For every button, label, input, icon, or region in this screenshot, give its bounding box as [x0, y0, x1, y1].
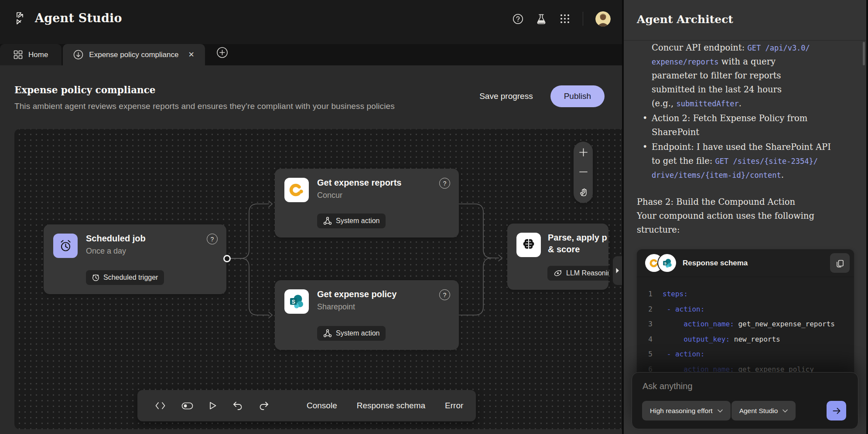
workflow-canvas[interactable]: Scheduled job Once a day ? Scheduled tri…	[14, 129, 622, 429]
code-line: 3 action_name: get_new_expense_reports	[637, 317, 854, 332]
tab-home[interactable]: Home	[0, 44, 62, 65]
code-line: 5 - action:	[637, 347, 854, 362]
system-action-nodes-icon	[323, 217, 332, 225]
toolbar-tab-console[interactable]: Console	[307, 401, 337, 410]
chat-bullet-item: Endpoint: I have used the SharePoint API…	[637, 140, 854, 182]
chat-paragraph: Concur API endpoint: GET /api/v3.0/ expe…	[637, 41, 854, 111]
toolbar-tab-error[interactable]: Error	[445, 401, 463, 410]
system-action-nodes-icon	[323, 329, 332, 338]
copy-button[interactable]	[830, 253, 850, 273]
svg-text:S: S	[292, 299, 295, 305]
integration-avatars: S	[645, 254, 676, 272]
expand-panel-handle[interactable]	[613, 256, 622, 285]
node-title-line2: & score	[548, 244, 607, 254]
system-action-badge: System action	[317, 214, 386, 228]
tab-expense-policy-compliance[interactable]: Expense policy compliance ✕	[63, 44, 205, 65]
orbit-icon	[554, 269, 562, 278]
panel-title: Agent Architect	[637, 13, 866, 26]
new-tab-icon[interactable]	[216, 47, 228, 58]
code-view-icon[interactable]	[155, 401, 166, 410]
chevron-down-icon	[718, 409, 723, 413]
main-area: Agent Studio	[0, 0, 622, 434]
home-grid-icon	[14, 50, 23, 59]
header-divider	[583, 12, 583, 26]
redo-icon[interactable]	[259, 401, 269, 410]
alarm-clock-icon	[53, 234, 78, 258]
tab-strip: Home Expense policy compliance ✕	[0, 44, 622, 65]
node-get-expense-reports[interactable]: Get expense reports Concur ? System acti…	[275, 169, 459, 237]
canvas-zoom-controls	[574, 142, 593, 203]
reasoning-effort-dropdown[interactable]: High reasoning effort	[642, 401, 731, 420]
node-subtitle: Concur	[317, 191, 401, 200]
node-title-line1: Parse, apply p	[548, 233, 607, 243]
toggle-icon[interactable]	[181, 402, 193, 410]
chat-paragraph: Phase 2: Build the Compound Action Your …	[637, 195, 854, 237]
node-help-icon[interactable]: ?	[439, 178, 450, 189]
svg-text:S: S	[664, 261, 666, 265]
publish-button[interactable]: Publish	[550, 85, 605, 107]
zoom-in-icon[interactable]	[579, 148, 588, 157]
undo-icon[interactable]	[232, 401, 243, 410]
code-line: 2 - action:	[637, 302, 854, 317]
header-icons	[512, 10, 611, 27]
node-get-expense-policy[interactable]: S Get expense policy Sharepoint ?	[275, 280, 459, 350]
save-progress-button[interactable]: Save progress	[479, 92, 533, 101]
system-action-badge: System action	[317, 326, 386, 341]
help-icon[interactable]	[512, 13, 523, 24]
page-subtitle: This ambient agent reviews expense repor…	[14, 102, 395, 111]
node-parse-apply-score[interactable]: Parse, apply p & score LLM Reasoning	[507, 224, 608, 290]
chat-composer: Ask anything High reasoning effort Agent…	[632, 372, 858, 429]
download-circle-icon	[73, 50, 83, 60]
arrow-right-icon	[832, 406, 841, 416]
sharepoint-icon: S	[658, 254, 676, 272]
node-subtitle: Sharepoint	[317, 302, 396, 312]
app-title: Agent Studio	[35, 11, 122, 25]
code-line: 1steps:	[637, 287, 854, 302]
page-content: Expense policy compliance This ambient a…	[0, 65, 622, 434]
node-subtitle: Once a day	[86, 247, 146, 256]
card-title: Response schema	[683, 259, 748, 268]
scheduled-trigger-badge: Scheduled trigger	[86, 270, 164, 285]
agent-architect-panel: Agent Architect Concur API endpoint: GET…	[622, 0, 866, 434]
user-avatar[interactable]	[595, 11, 611, 27]
page-title: Expense policy compliance	[14, 85, 395, 95]
chat-bullet-item: Action 2: Fetch Expense Policy from Shar…	[637, 112, 854, 139]
composer-controls: High reasoning effort Agent Studio	[642, 401, 846, 420]
concur-icon	[284, 178, 309, 202]
panel-header: Agent Architect	[624, 0, 866, 41]
tab-home-label: Home	[28, 51, 48, 59]
agent-studio-logo-icon	[16, 12, 27, 25]
card-header: S Response schema	[637, 249, 854, 277]
node-help-icon[interactable]: ?	[439, 289, 450, 300]
tab-close-icon[interactable]: ✕	[188, 50, 194, 59]
apps-grid-icon[interactable]	[559, 13, 571, 24]
brain-icon	[516, 233, 541, 257]
output-port[interactable]	[223, 255, 231, 262]
brand[interactable]: Agent Studio	[16, 11, 122, 25]
canvas-toolbar: Console Response schema Error	[137, 390, 476, 421]
chat-input[interactable]: Ask anything	[642, 381, 847, 391]
node-title: Get expense policy	[317, 289, 396, 299]
sharepoint-icon: S	[284, 289, 309, 314]
node-title: Scheduled job	[86, 234, 146, 244]
node-title: Get expense reports	[317, 178, 401, 188]
code-line: 4 output_key: new_reports	[637, 332, 854, 347]
tab-active-label: Expense policy compliance	[89, 51, 178, 59]
labs-flask-icon[interactable]	[536, 13, 547, 24]
zoom-out-icon[interactable]	[579, 167, 588, 176]
model-dropdown[interactable]: Agent Studio	[731, 401, 796, 420]
run-play-icon[interactable]	[209, 401, 217, 410]
page-header: Expense policy compliance This ambient a…	[14, 85, 605, 111]
clock-icon	[92, 274, 99, 281]
chevron-down-icon	[783, 409, 788, 413]
app-header: Agent Studio	[0, 0, 622, 44]
send-button[interactable]	[827, 401, 846, 420]
pan-hand-icon[interactable]	[578, 186, 588, 197]
toolbar-tab-response-schema[interactable]: Response schema	[357, 401, 425, 410]
node-help-icon[interactable]: ?	[207, 234, 218, 244]
node-scheduled-job[interactable]: Scheduled job Once a day ? Scheduled tri…	[44, 224, 226, 294]
llm-reasoning-badge: LLM Reasoning	[547, 266, 608, 281]
